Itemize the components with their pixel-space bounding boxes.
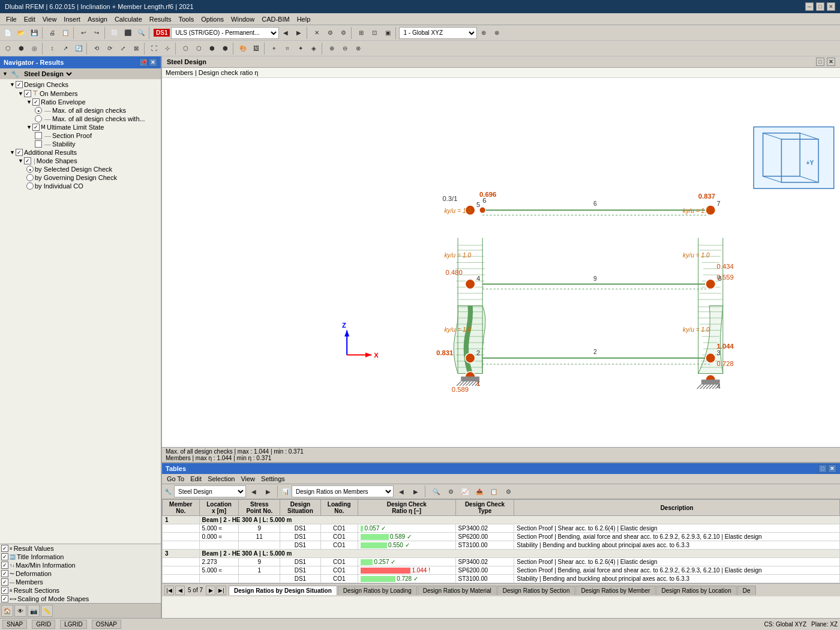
tb-filter2[interactable]: ⚙ <box>323 26 337 40</box>
menu-file[interactable]: File <box>2 14 20 24</box>
checkbox-ti[interactable] <box>1 553 8 560</box>
tb-save[interactable]: 💾 <box>28 26 41 40</box>
nav-icon-camera[interactable]: 📷 <box>28 605 40 617</box>
tb2-render[interactable]: 🎨 <box>236 42 250 55</box>
tb-undo[interactable]: ↩ <box>77 26 90 40</box>
tb-print[interactable]: 🖨 <box>46 26 59 40</box>
module-select[interactable]: Steel Design <box>22 70 74 78</box>
tb2-11[interactable]: ⛶ <box>148 42 161 55</box>
table-menu-edit[interactable]: Edit <box>188 475 204 483</box>
tables-close[interactable]: ✕ <box>828 464 836 473</box>
table-type-dropdown[interactable]: Design Ratios on Members <box>292 485 394 497</box>
tree-on-members[interactable]: ▼ ⊤ On Members <box>1 89 160 98</box>
tb2-9[interactable]: ⤢ <box>116 42 130 55</box>
module-dropdown[interactable]: Steel Design <box>174 485 246 497</box>
tb-view2[interactable]: ⊡ <box>368 26 381 40</box>
tree-mode-shapes[interactable]: ▼ | Mode Shapes <box>1 157 160 165</box>
tb-zoom[interactable]: 🔍 <box>134 26 148 40</box>
tab-by-design-situation[interactable]: Design Ratios by Design Situation <box>229 586 337 595</box>
tb-select2[interactable]: ⬛ <box>121 26 134 40</box>
menu-assign[interactable]: Assign <box>84 14 111 24</box>
tab-by-section[interactable]: Design Ratios by Section <box>497 586 575 595</box>
tree-max-all[interactable]: — Max. of all design checks <box>1 106 160 115</box>
tb2-12[interactable]: ⊹ <box>161 42 174 55</box>
tb2-20[interactable]: ◈ <box>307 42 320 55</box>
tab-de[interactable]: De <box>737 586 756 595</box>
checkbox-def[interactable] <box>1 570 8 577</box>
tables-maximize[interactable]: □ <box>818 464 827 473</box>
tree-by-governing[interactable]: by Governing Design Check <box>1 173 160 182</box>
tree-section-proof[interactable]: — Section Proof <box>1 131 160 140</box>
tb2-17[interactable]: ⌖ <box>268 42 281 55</box>
menu-results[interactable]: Results <box>146 14 175 24</box>
menu-window[interactable]: Window <box>227 14 258 24</box>
viewport-close[interactable]: ✕ <box>827 58 835 66</box>
tab-by-location[interactable]: Design Ratios by Location <box>656 586 737 595</box>
status-grid[interactable]: GRID <box>32 620 55 629</box>
menu-insert[interactable]: Insert <box>60 14 84 24</box>
nav-result-sections[interactable]: ≡ Result Sections <box>0 586 161 595</box>
table-menu-goto[interactable]: Go To <box>164 475 187 483</box>
viewport-canvas[interactable]: 1 0.589 2 0.831 4 0.480 5 0.3/1 <box>162 78 840 447</box>
status-lgrid[interactable]: LGRID <box>60 620 87 629</box>
checkbox-uls[interactable] <box>32 124 40 131</box>
tb-coord1[interactable]: ⊕ <box>477 26 490 40</box>
tree-stability[interactable]: — Stability <box>1 140 160 148</box>
tb2-8[interactable]: ⟳ <box>103 42 116 55</box>
nav-members[interactable]: — Members <box>0 578 161 586</box>
page-prev[interactable]: ◀ <box>175 586 185 595</box>
close-button[interactable]: ✕ <box>827 2 835 11</box>
table-menu-settings[interactable]: Settings <box>259 475 287 483</box>
navigator-pin[interactable]: 📌 <box>139 58 148 67</box>
tb-tbl-prev[interactable]: ◀ <box>247 485 260 498</box>
checkbox-dc[interactable] <box>16 81 23 88</box>
tb-open[interactable]: 📂 <box>14 26 28 40</box>
tree-by-selected[interactable]: by Selected Design Check <box>1 165 160 173</box>
status-snap[interactable]: SNAP <box>2 620 27 629</box>
page-last[interactable]: ▶| <box>217 586 226 595</box>
tb-tbl-type-prev[interactable]: ◀ <box>395 485 408 498</box>
tb-view3[interactable]: ▣ <box>381 26 394 40</box>
menu-options[interactable]: Options <box>197 14 227 24</box>
page-first[interactable]: |◀ <box>164 586 174 595</box>
nav-title-info[interactable]: 🔤 Title Information <box>0 553 161 561</box>
nav-maxmin[interactable]: ↑↓ Max/Min Information <box>0 561 161 569</box>
coord-system-dropdown[interactable]: 1 - Global XYZ <box>399 27 477 39</box>
nav-icon-eye[interactable]: 👁 <box>14 605 26 617</box>
table-row[interactable]: DS1 CO1 0.728 ✓ ST3100.00 Stability | Be… <box>163 575 840 583</box>
tb-tbl-type-next[interactable]: ▶ <box>409 485 422 498</box>
menu-edit[interactable]: Edit <box>20 14 39 24</box>
tb-tbl-search[interactable]: 🔍 <box>430 485 443 498</box>
tb-prev-lc[interactable]: ◀ <box>279 26 292 40</box>
radio-by-governing[interactable] <box>26 174 34 181</box>
checkbox-memb[interactable] <box>1 578 8 586</box>
table-menu-selection[interactable]: Selection <box>205 475 237 483</box>
tab-by-loading[interactable]: Design Ratios by Loading <box>338 586 417 595</box>
tb-redo[interactable]: ↪ <box>90 26 103 40</box>
tab-by-material[interactable]: Design Ratios by Material <box>418 586 497 595</box>
tree-by-individual[interactable]: by Individual CO <box>1 182 160 190</box>
tb2-7[interactable]: ⟲ <box>90 42 103 55</box>
tb-new[interactable]: 📄 <box>1 26 14 40</box>
table-menu-view[interactable]: View <box>238 475 257 483</box>
status-osnap[interactable]: OSNAP <box>92 620 121 629</box>
tb2-21[interactable]: ⊕ <box>325 42 338 55</box>
tb2-14[interactable]: ⬡ <box>192 42 205 55</box>
menu-help[interactable]: Help <box>293 14 314 24</box>
nav-scaling[interactable]: ⟺ Scaling of Mode Shapes <box>0 595 161 603</box>
tb-tbl-chart[interactable]: 📈 <box>458 485 472 498</box>
tb-tbl-export[interactable]: 📤 <box>473 485 486 498</box>
checkbox-scl[interactable] <box>1 595 8 602</box>
tb2-1[interactable]: ⬡ <box>1 42 14 55</box>
tree-additional-results[interactable]: ▼ Additional Results <box>1 148 160 157</box>
table-row[interactable]: 5.000 ≈ 9 DS1 CO1 0.057 ✓ SP3400.02 Sect… <box>163 524 840 533</box>
checkbox-mm[interactable] <box>1 562 8 569</box>
tb2-13[interactable]: ⬡ <box>179 42 192 55</box>
tree-ratio-envelope[interactable]: ▼ Ratio Envelope <box>1 98 160 106</box>
navigator-close[interactable]: ✕ <box>149 58 157 67</box>
menu-calculate[interactable]: Calculate <box>111 14 146 24</box>
radio-by-individual[interactable] <box>26 182 34 190</box>
tb2-4[interactable]: ↕ <box>46 42 59 55</box>
page-next[interactable]: ▶ <box>206 586 215 595</box>
menu-view[interactable]: View <box>39 14 61 24</box>
